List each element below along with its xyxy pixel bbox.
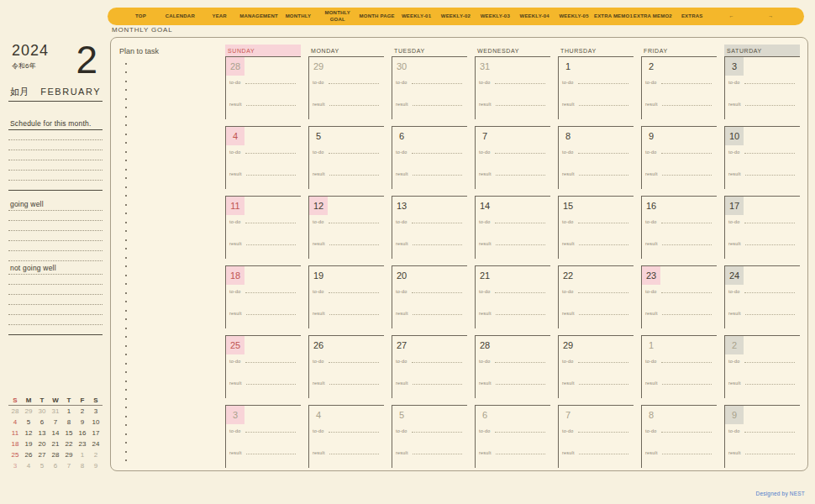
day-cell[interactable]: 30to-doresult [392,56,467,126]
day-cell[interactable]: 7to-doresult [475,126,550,196]
todo-write-line[interactable] [495,432,545,433]
result-write-line[interactable] [329,105,379,106]
day-cell[interactable]: 11to-doresult [225,196,301,265]
plan-bullet-column[interactable] [125,63,127,466]
mini-cal-date[interactable]: 4 [8,417,22,428]
ruled-line[interactable] [8,150,103,160]
result-write-line[interactable] [496,384,545,385]
ruled-line[interactable] [8,211,103,221]
mini-cal-date[interactable]: 23 [76,438,89,449]
result-write-line[interactable] [579,384,628,385]
day-cell[interactable]: 5to-doresult [392,405,467,475]
day-cell[interactable]: 8to-doresult [641,405,717,475]
day-cell[interactable]: 6to-doresult [392,126,467,196]
todo-write-line[interactable] [744,432,795,433]
todo-write-line[interactable] [495,292,545,293]
ruled-line[interactable] [8,275,103,285]
ruled-line[interactable] [8,285,103,295]
todo-write-line[interactable] [578,432,628,433]
ruled-line[interactable] [8,315,103,325]
todo-write-line[interactable] [245,432,296,433]
result-write-line[interactable] [329,244,379,245]
result-write-line[interactable] [329,314,379,315]
day-cell[interactable]: 17to-doresult [724,196,800,265]
nav-tab-→[interactable]: → [751,13,791,20]
result-write-line[interactable] [662,384,712,385]
result-write-line[interactable] [579,454,628,454]
mini-cal-date[interactable]: 1 [76,449,89,460]
result-write-line[interactable] [662,244,712,245]
mini-cal-date[interactable]: 8 [62,417,76,428]
mini-cal-date[interactable]: 7 [49,417,62,428]
todo-write-line[interactable] [661,362,712,363]
result-write-line[interactable] [329,175,379,176]
mini-cal-date[interactable]: 28 [8,406,22,417]
result-write-line[interactable] [246,384,296,385]
day-cell[interactable]: 21to-doresult [475,265,550,335]
mini-cal-date[interactable]: 29 [62,449,76,460]
todo-write-line[interactable] [495,153,545,154]
result-write-line[interactable] [745,384,795,385]
ruled-line[interactable] [8,221,103,231]
mini-cal-date[interactable]: 2 [76,406,89,417]
day-cell[interactable]: 3to-doresult [724,56,800,126]
mini-cal-date[interactable]: 5 [22,417,35,428]
result-write-line[interactable] [745,454,795,454]
todo-write-line[interactable] [245,223,296,223]
todo-write-line[interactable] [578,83,628,84]
day-cell[interactable]: 2to-doresult [641,56,717,126]
day-cell[interactable]: 9to-doresult [724,405,800,475]
todo-write-line[interactable] [329,292,379,293]
result-write-line[interactable] [246,105,296,106]
result-write-line[interactable] [246,175,296,176]
day-cell[interactable]: 8to-doresult [558,126,634,196]
nav-tab-calendar[interactable]: CALENDAR [160,13,200,20]
mini-cal-date[interactable]: 20 [35,438,49,449]
mini-cal-date[interactable]: 3 [8,460,22,471]
mini-cal-date[interactable]: 29 [22,406,35,417]
day-cell[interactable]: 5to-doresult [308,126,384,196]
result-write-line[interactable] [413,384,462,385]
todo-write-line[interactable] [578,223,628,223]
mini-cal-date[interactable]: 10 [89,417,103,428]
ruled-line[interactable] [8,295,103,305]
mini-cal-date[interactable]: 12 [22,428,35,438]
todo-write-line[interactable] [661,223,712,223]
nav-tab-top[interactable]: TOP [121,13,160,20]
todo-write-line[interactable] [744,362,795,363]
todo-write-line[interactable] [744,153,795,154]
todo-write-line[interactable] [578,362,628,363]
result-write-line[interactable] [413,175,462,176]
mini-cal-date[interactable]: 25 [8,449,22,460]
todo-write-line[interactable] [329,432,379,433]
todo-write-line[interactable] [412,292,462,293]
day-cell[interactable]: 1to-doresult [641,335,717,405]
mini-cal-date[interactable]: 6 [49,460,62,471]
day-cell[interactable]: 6to-doresult [475,405,550,475]
todo-write-line[interactable] [329,223,379,223]
mini-cal-date[interactable]: 30 [35,406,49,417]
result-write-line[interactable] [246,244,296,245]
todo-write-line[interactable] [661,83,712,84]
todo-write-line[interactable] [412,223,462,223]
mini-cal-date[interactable]: 24 [89,438,103,449]
mini-cal-date[interactable]: 6 [35,417,49,428]
day-cell[interactable]: 28to-doresult [225,56,301,126]
todo-write-line[interactable] [495,362,545,363]
day-cell[interactable]: 23to-doresult [641,265,717,335]
result-write-line[interactable] [662,454,712,454]
day-cell[interactable]: 29to-doresult [308,56,384,126]
result-write-line[interactable] [579,314,628,315]
result-write-line[interactable] [745,105,795,106]
todo-write-line[interactable] [744,83,795,84]
nav-tab-year[interactable]: YEAR [200,13,239,20]
result-write-line[interactable] [496,175,545,176]
result-write-line[interactable] [745,175,795,176]
result-write-line[interactable] [496,454,545,454]
todo-write-line[interactable] [412,83,462,84]
result-write-line[interactable] [496,244,545,245]
mini-cal-date[interactable]: 4 [22,460,35,471]
todo-write-line[interactable] [245,153,296,154]
ruled-line[interactable] [8,251,103,261]
result-write-line[interactable] [246,314,296,315]
